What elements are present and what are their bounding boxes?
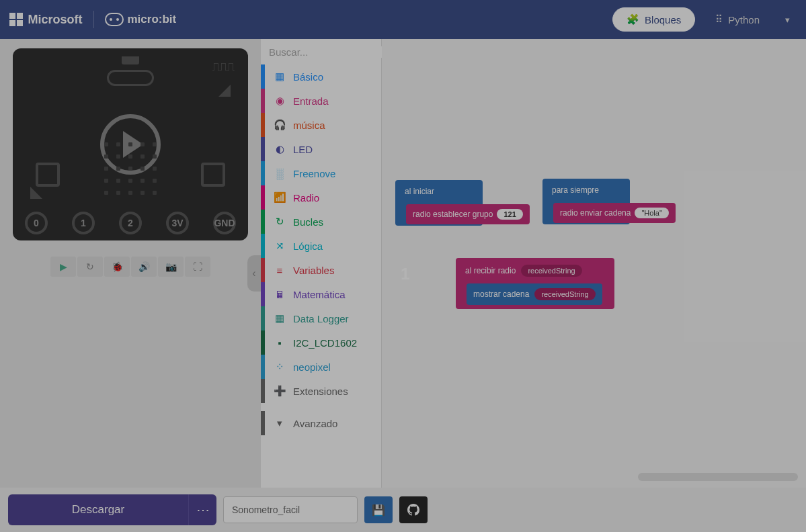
sim-restart-button[interactable]: ↻ — [77, 257, 103, 277]
python-button[interactable]: ⠿ Python — [702, 8, 768, 31]
corner-a — [30, 187, 42, 199]
microsoft-logo[interactable]: Microsoft — [9, 13, 83, 27]
block-label: radio enviar cadena — [560, 208, 631, 218]
simulator-toolbar: ▶ ↻ 🐞 🔊 📷 ⛶ — [50, 257, 210, 277]
category-logica[interactable]: ⤨Lógica — [261, 234, 381, 258]
simulator-panel: ⎍⎍⎍ 0 1 2 3V GND ▶ ↻ — [0, 39, 261, 488]
category-bucles[interactable]: ↻Bucles — [261, 210, 381, 234]
led-matrix — [104, 142, 157, 195]
search-input[interactable] — [269, 46, 397, 58]
category-freenove[interactable]: ░Freenove — [261, 161, 381, 185]
python-label: Python — [728, 14, 760, 26]
language-dropdown[interactable]: ▾ — [778, 11, 797, 29]
input-icon: ◉ — [273, 94, 286, 107]
microbit-simulator[interactable]: ⎍⎍⎍ 0 1 2 3V GND — [13, 48, 248, 240]
board-logo — [107, 70, 154, 86]
blocks-icon: 🧩 — [627, 13, 639, 26]
sim-debug-button[interactable]: 🐞 — [104, 257, 130, 277]
block-on-start[interactable]: al iniciar radio establecer grupo 121 — [395, 180, 483, 226]
neopixel-icon: ⁘ — [273, 360, 286, 373]
download-button[interactable]: Descargar ⋯ — [8, 494, 216, 525]
project-name-input[interactable]: Sonometro_facil — [223, 496, 358, 523]
collapse-simulator-button[interactable]: ‹ — [247, 255, 261, 292]
category-label: Variables — [293, 265, 334, 276]
music-icon: 🎧 — [273, 118, 286, 132]
edge-pins: 0 1 2 3V GND — [13, 206, 248, 240]
blocks-button[interactable]: 🧩 Bloques — [612, 7, 695, 32]
category-matematica[interactable]: 🖩Matemática — [261, 282, 381, 306]
datalogger-icon: ▦ — [273, 312, 286, 325]
search-box: 🔍 — [261, 39, 381, 64]
download-label: Descargar — [8, 503, 188, 517]
category-i2c[interactable]: ▪I2C_LCD1602 — [261, 330, 381, 355]
block-radio-send-string[interactable]: radio enviar cadena "Hola" — [553, 203, 676, 223]
workspace[interactable]: al iniciar radio establecer grupo 121 pa… — [382, 39, 806, 488]
block-label: radio establecer grupo — [413, 210, 493, 219]
download-more-button[interactable]: ⋯ — [188, 494, 216, 525]
logic-icon: ⤨ — [273, 239, 286, 253]
usb-connector — [122, 56, 139, 64]
button-a[interactable] — [36, 163, 60, 187]
math-icon: 🖩 — [273, 287, 286, 301]
category-label: Avanzado — [293, 418, 337, 429]
category-label: Matemática — [293, 289, 346, 300]
pin-1[interactable]: 1 — [72, 212, 95, 234]
category-datalogger[interactable]: ▦Data Logger — [261, 306, 381, 330]
toolbox: 🔍 ▦Básico ◉Entrada 🎧música ◐LED ░Freenov… — [261, 39, 382, 488]
header: Microsoft micro:bit 🧩 Bloques ⠿ Python ▾ — [0, 0, 806, 39]
pin-0[interactable]: 0 — [25, 212, 48, 234]
sim-audio-button[interactable]: 🔊 — [131, 257, 157, 277]
block-forever[interactable]: para siempre radio enviar cadena "Hola" — [542, 179, 630, 224]
microbit-logo[interactable]: micro:bit — [105, 13, 177, 26]
github-icon — [407, 504, 419, 516]
group-value[interactable]: 121 — [497, 209, 522, 220]
category-label: Data Logger — [293, 313, 349, 324]
pin-2[interactable]: 2 — [119, 212, 142, 234]
category-label: Entrada — [293, 95, 329, 107]
horizontal-scrollbar[interactable] — [638, 473, 798, 481]
led-icon: ◐ — [273, 142, 286, 156]
category-neopixel[interactable]: ⁘neopixel — [261, 355, 381, 379]
freenove-icon: ░ — [273, 167, 286, 180]
save-button[interactable]: 💾 — [364, 496, 393, 523]
sim-snapshot-button[interactable]: 📷 — [158, 257, 184, 277]
category-extensiones[interactable]: ➕Extensiones — [261, 379, 381, 403]
category-entrada[interactable]: ◉Entrada — [261, 89, 381, 113]
sim-play-button[interactable]: ▶ — [50, 257, 76, 277]
category-avanzado[interactable]: ▾Avanzado — [261, 411, 381, 435]
show-variable[interactable]: receivedString — [534, 288, 595, 300]
github-button[interactable] — [399, 496, 428, 523]
category-basico[interactable]: ▦Básico — [261, 64, 381, 89]
send-value[interactable]: "Hola" — [635, 208, 668, 218]
microsoft-icon — [9, 13, 23, 26]
block-on-radio-received[interactable]: al recibir radio receivedString mostrar … — [456, 258, 614, 309]
python-icon: ⠿ — [715, 13, 723, 26]
button-b[interactable] — [201, 163, 225, 187]
category-label: Bucles — [293, 216, 323, 228]
wave-icon: ⎍⎍⎍ — [212, 59, 235, 73]
main: ⎍⎍⎍ 0 1 2 3V GND ▶ ↻ — [0, 39, 806, 488]
category-radio[interactable]: 📶Radio — [261, 185, 381, 210]
category-led[interactable]: ◐LED — [261, 137, 381, 161]
block-label: al iniciar — [405, 187, 434, 196]
block-label: al recibir radio — [465, 266, 516, 275]
sim-fullscreen-button[interactable]: ⛶ — [185, 257, 210, 277]
footer: Descargar ⋯ Sonometro_facil 💾 — [0, 488, 806, 532]
block-radio-set-group[interactable]: radio establecer grupo 121 — [406, 204, 530, 224]
workspace-number: 1 — [401, 265, 409, 283]
category-label: Lógica — [293, 240, 323, 252]
block-show-string[interactable]: mostrar cadena receivedString — [467, 283, 602, 305]
pin-gnd[interactable]: GND — [213, 212, 236, 234]
grid-icon: ▦ — [273, 70, 286, 83]
i2c-icon: ▪ — [273, 336, 286, 349]
microsoft-label: Microsoft — [28, 13, 83, 27]
category-variables[interactable]: ≡Variables — [261, 258, 381, 282]
header-divider — [93, 11, 94, 28]
received-variable[interactable]: receivedString — [521, 265, 581, 277]
block-label: para siempre — [552, 185, 599, 195]
category-musica[interactable]: 🎧música — [261, 113, 381, 137]
category-label: Radio — [293, 192, 319, 204]
category-label: LED — [293, 144, 313, 155]
chevron-down-icon: ▾ — [273, 416, 286, 430]
pin-3v[interactable]: 3V — [166, 212, 189, 234]
